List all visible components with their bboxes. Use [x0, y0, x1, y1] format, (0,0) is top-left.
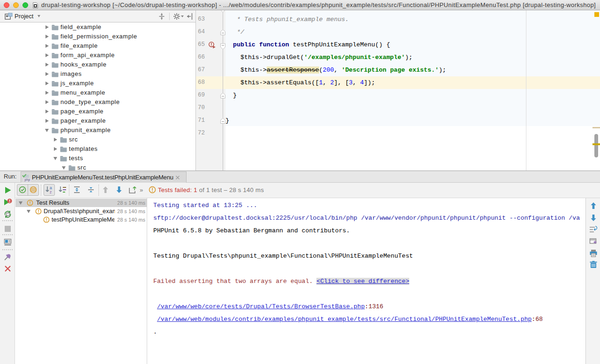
svg-text:z: z [50, 190, 52, 194]
svg-text:php: php [24, 178, 30, 182]
